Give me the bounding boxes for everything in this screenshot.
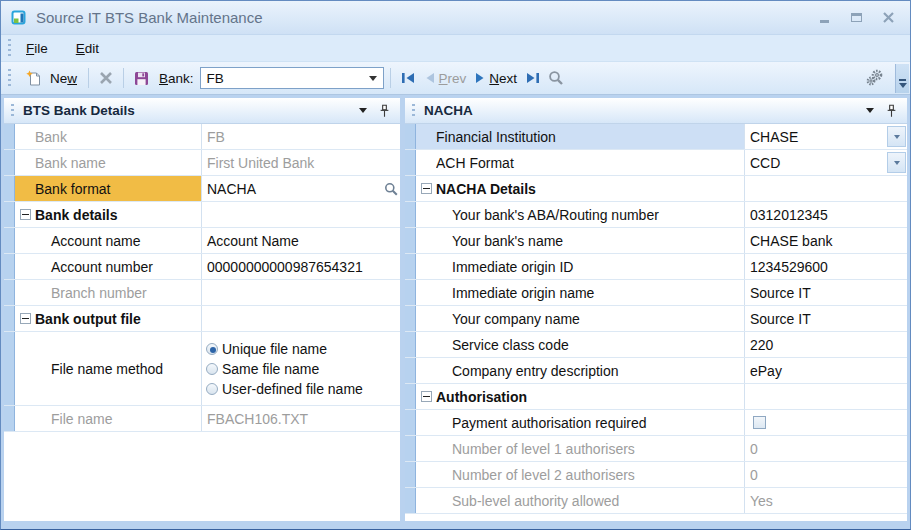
field-value-cell[interactable]: ePay: [744, 358, 907, 383]
field-row: Account number00000000000987654321: [4, 254, 400, 280]
radio-button-icon[interactable]: [206, 343, 218, 355]
panel-grip[interactable]: [11, 104, 14, 118]
field-label: Payment authorisation required: [452, 415, 647, 431]
field-value-cell[interactable]: CHASE: [744, 124, 907, 149]
radio-option[interactable]: Unique file name: [206, 339, 327, 358]
field-row: Bank nameFirst United Bank: [4, 150, 400, 176]
field-value-cell[interactable]: CCD: [744, 150, 907, 175]
field-value-cell[interactable]: [744, 410, 907, 435]
minimize-button[interactable]: [816, 10, 832, 26]
first-record-button[interactable]: [397, 72, 420, 84]
field-value-cell[interactable]: First United Bank: [201, 150, 400, 175]
collapse-minus-icon[interactable]: [421, 183, 432, 194]
last-record-button[interactable]: [521, 72, 544, 84]
menu-edit[interactable]: Edit: [67, 38, 108, 59]
panel-nacha: NACHA Financial InstitutionCHASEACH Form…: [405, 98, 907, 521]
field-value-cell[interactable]: Source IT: [744, 306, 907, 331]
field-value: Account Name: [207, 233, 299, 249]
close-button[interactable]: [880, 10, 896, 26]
row-indicator: [405, 280, 416, 305]
radio-label: User-defined file name: [222, 381, 363, 397]
field-value: FB: [207, 129, 225, 145]
menubar-grip[interactable]: [8, 39, 11, 57]
field-value-cell[interactable]: Source IT: [744, 280, 907, 305]
field-value-cell[interactable]: 0312012345: [744, 202, 907, 227]
field-value-cell[interactable]: Account Name: [201, 228, 400, 253]
field-value: ePay: [750, 363, 782, 379]
field-row: Number of level 1 authorisers0: [405, 436, 907, 462]
panel-grip[interactable]: [412, 104, 415, 118]
field-row: Company entry descriptionePay: [405, 358, 907, 384]
field-row: Branch number: [4, 280, 400, 306]
expand-column: [416, 391, 436, 402]
panel-menu-caret-icon[interactable]: [866, 108, 874, 113]
label-cell: Authorisation: [416, 384, 744, 409]
chevron-down-icon[interactable]: [363, 76, 383, 81]
field-row: Immediate origin nameSource IT: [405, 280, 907, 306]
radio-button-icon[interactable]: [206, 383, 218, 395]
radio-button-icon[interactable]: [206, 363, 218, 375]
dropdown-button[interactable]: [887, 152, 906, 173]
field-row: Bank formatNACHA: [4, 176, 400, 202]
collapse-minus-icon[interactable]: [421, 391, 432, 402]
collapse-minus-icon[interactable]: [20, 209, 31, 220]
field-label: File name: [51, 411, 112, 427]
expand-column: [416, 183, 436, 194]
checkbox[interactable]: [753, 416, 766, 429]
field-label: Bank format: [35, 181, 110, 197]
app-icon: [11, 10, 27, 26]
save-icon: [130, 71, 153, 86]
delete-icon[interactable]: [95, 71, 117, 85]
new-button[interactable]: New: [17, 67, 82, 89]
toolbar-overflow-button[interactable]: [895, 64, 909, 93]
row-indicator: [4, 406, 15, 431]
toolbar-separator: [123, 68, 124, 88]
panel-header-bts-bank-details: BTS Bank Details: [4, 98, 400, 124]
field-value: NACHA: [207, 181, 256, 197]
field-value-cell[interactable]: Unique file nameSame file nameUser-defin…: [201, 332, 400, 405]
toolbar-grip[interactable]: [8, 69, 11, 87]
field-value-cell: [744, 384, 907, 409]
prev-button[interactable]: Prev: [420, 71, 471, 86]
menu-file[interactable]: File: [17, 38, 57, 59]
field-value-cell[interactable]: 220: [744, 332, 907, 357]
radio-option[interactable]: User-defined file name: [206, 379, 363, 398]
search-icon[interactable]: [544, 70, 568, 86]
radio-option[interactable]: Same file name: [206, 359, 319, 378]
maximize-button[interactable]: [848, 10, 864, 26]
row-indicator: [405, 488, 416, 513]
gears-icon[interactable]: [860, 68, 890, 88]
label-cell: Your company name: [416, 306, 744, 331]
new-button-label: New: [50, 71, 77, 86]
row-indicator: [4, 254, 15, 279]
field-row: Sub-level authority allowedYes: [405, 488, 907, 514]
bank-combobox[interactable]: FB: [200, 67, 384, 89]
pin-icon[interactable]: [886, 104, 897, 118]
field-value-cell[interactable]: 00000000000987654321: [201, 254, 400, 279]
field-label: Account name: [51, 233, 141, 249]
label-cell: ACH Format: [416, 150, 744, 175]
field-value-cell[interactable]: [201, 280, 400, 305]
field-value: 00000000000987654321: [207, 259, 363, 275]
field-value-cell[interactable]: FB: [201, 124, 400, 149]
field-value-cell[interactable]: NACHA: [201, 176, 400, 201]
row-indicator: [405, 176, 416, 201]
dropdown-button[interactable]: [887, 126, 906, 147]
panel-menu-caret-icon[interactable]: [359, 108, 367, 113]
next-button[interactable]: Next: [470, 71, 521, 86]
field-label: Sub-level authority allowed: [452, 493, 619, 509]
field-label: Authorisation: [436, 389, 527, 405]
field-value-cell[interactable]: Yes: [744, 488, 907, 513]
field-value-cell[interactable]: CHASE bank: [744, 228, 907, 253]
field-value-cell[interactable]: 0: [744, 462, 907, 487]
pin-icon[interactable]: [379, 104, 390, 118]
lookup-icon[interactable]: [384, 182, 398, 196]
field-value-cell[interactable]: 0: [744, 436, 907, 461]
field-label: Bank: [35, 129, 67, 145]
row-indicator: [405, 462, 416, 487]
collapse-minus-icon[interactable]: [20, 313, 31, 324]
field-row: File name methodUnique file nameSame fil…: [4, 332, 400, 406]
row-indicator: [4, 176, 15, 201]
field-value-cell[interactable]: FBACH106.TXT: [201, 406, 400, 431]
field-value-cell[interactable]: 1234529600: [744, 254, 907, 279]
